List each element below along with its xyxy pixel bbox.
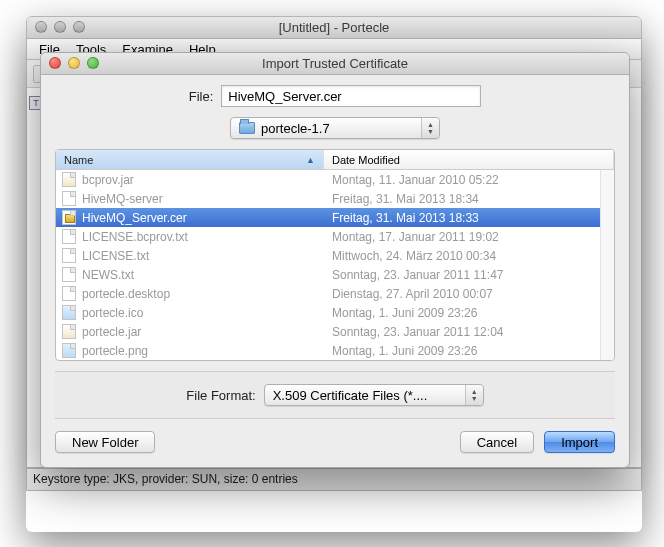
file-name: HiveMQ_Server.cer — [82, 211, 187, 225]
file-name: bcprov.jar — [82, 173, 134, 187]
file-name: portecle.jar — [82, 325, 141, 339]
file-name: portecle.ico — [82, 306, 143, 320]
dialog-titlebar: Import Trusted Certificate — [41, 53, 629, 75]
file-format-value: X.509 Certificate Files (*.... — [273, 388, 428, 403]
folder-popup-label: portecle-1.7 — [261, 121, 330, 136]
file-icon — [62, 286, 76, 301]
sort-asc-icon: ▲ — [306, 155, 315, 165]
format-panel: File Format: X.509 Certificate Files (*.… — [55, 371, 615, 419]
file-date: Montag, 1. Juni 2009 23:26 — [324, 344, 600, 358]
file-name: LICENSE.txt — [82, 249, 149, 263]
chevron-updown-icon: ▲▼ — [421, 118, 439, 138]
close-icon[interactable] — [35, 21, 47, 33]
file-icon — [62, 343, 76, 358]
file-date: Montag, 17. Januar 2011 19:02 — [324, 230, 600, 244]
import-dialog: Import Trusted Certificate File: portecl… — [40, 52, 630, 468]
file-name: portecle.desktop — [82, 287, 170, 301]
file-row[interactable]: LICENSE.txtMittwoch, 24. März 2010 00:34 — [56, 246, 600, 265]
minimize-icon[interactable] — [54, 21, 66, 33]
file-date: Sonntag, 23. Januar 2011 11:47 — [324, 268, 600, 282]
dialog-title: Import Trusted Certificate — [262, 56, 408, 71]
minimize-icon[interactable] — [68, 57, 80, 69]
file-icon — [62, 229, 76, 244]
import-button[interactable]: Import — [544, 431, 615, 453]
file-row[interactable]: portecle.desktopDienstag, 27. April 2010… — [56, 284, 600, 303]
zoom-icon[interactable] — [73, 21, 85, 33]
main-titlebar: [Untitled] - Portecle — [27, 17, 641, 39]
close-icon[interactable] — [49, 57, 61, 69]
new-folder-button[interactable]: New Folder — [55, 431, 155, 453]
file-row[interactable]: NEWS.txtSonntag, 23. Januar 2011 11:47 — [56, 265, 600, 284]
folder-icon — [239, 122, 255, 134]
zoom-icon[interactable] — [87, 57, 99, 69]
column-date-modified[interactable]: Date Modified — [324, 150, 614, 169]
file-row[interactable]: HiveMQ_Server.cerFreitag, 31. Mai 2013 1… — [56, 208, 600, 227]
file-icon — [62, 210, 76, 225]
file-name: HiveMQ-server — [82, 192, 163, 206]
file-input[interactable] — [221, 85, 481, 107]
file-browser: Name ▲ Date Modified bcprov.jarMontag, 1… — [55, 149, 615, 361]
file-date: Sonntag, 23. Januar 2011 12:04 — [324, 325, 600, 339]
scrollbar[interactable] — [600, 170, 614, 360]
file-label: File: — [189, 89, 214, 104]
file-name: NEWS.txt — [82, 268, 134, 282]
file-icon — [62, 267, 76, 282]
file-date: Freitag, 31. Mai 2013 18:33 — [324, 211, 600, 225]
column-name[interactable]: Name ▲ — [56, 150, 324, 169]
file-icon — [62, 305, 76, 320]
file-icon — [62, 172, 76, 187]
file-row[interactable]: portecle.pngMontag, 1. Juni 2009 23:26 — [56, 341, 600, 360]
file-row[interactable]: LICENSE.bcprov.txtMontag, 17. Januar 201… — [56, 227, 600, 246]
file-date: Mittwoch, 24. März 2010 00:34 — [324, 249, 600, 263]
folder-popup[interactable]: portecle-1.7 ▲▼ — [230, 117, 440, 139]
file-date: Freitag, 31. Mai 2013 18:34 — [324, 192, 600, 206]
file-row[interactable]: bcprov.jarMontag, 11. Januar 2010 05:22 — [56, 170, 600, 189]
file-icon — [62, 191, 76, 206]
file-row[interactable]: HiveMQ-serverFreitag, 31. Mai 2013 18:34 — [56, 189, 600, 208]
format-label: File Format: — [186, 388, 255, 403]
file-date: Dienstag, 27. April 2010 00:07 — [324, 287, 600, 301]
file-icon — [62, 324, 76, 339]
file-icon — [62, 248, 76, 263]
file-name: LICENSE.bcprov.txt — [82, 230, 188, 244]
file-row[interactable]: portecle.jarSonntag, 23. Januar 2011 12:… — [56, 322, 600, 341]
file-date: Montag, 1. Juni 2009 23:26 — [324, 306, 600, 320]
main-title: [Untitled] - Portecle — [279, 20, 390, 35]
chevron-updown-icon: ▲▼ — [465, 385, 483, 405]
file-list[interactable]: bcprov.jarMontag, 11. Januar 2010 05:22H… — [56, 170, 600, 360]
status-bar: Keystore type: JKS, provider: SUN, size:… — [27, 468, 641, 490]
file-row[interactable]: portecle.icoMontag, 1. Juni 2009 23:26 — [56, 303, 600, 322]
file-name: portecle.png — [82, 344, 148, 358]
file-format-popup[interactable]: X.509 Certificate Files (*.... ▲▼ — [264, 384, 484, 406]
file-date: Montag, 11. Januar 2010 05:22 — [324, 173, 600, 187]
cancel-button[interactable]: Cancel — [460, 431, 534, 453]
